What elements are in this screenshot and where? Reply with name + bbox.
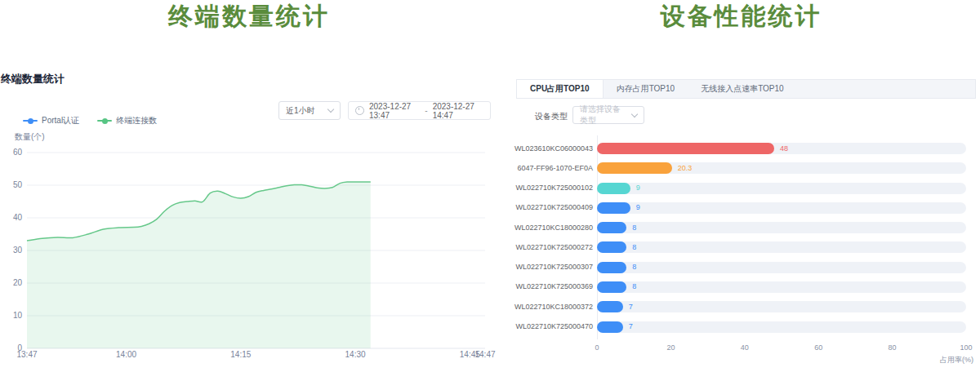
legend-item-portal-auth[interactable]: Portal认证 [23,115,79,126]
bar-x-tick-label: 100 [960,343,972,352]
time-range-value: 近1小时 [286,105,315,117]
bar-value-label: 20.3 [678,162,693,175]
bar-category-label: WL022710K725000102 [514,182,593,194]
bar-row: 6047-FF96-1070-EF0A20.3 [514,162,977,175]
legend-item-terminal-connections[interactable]: 终端连接数 [97,115,157,126]
bar-value-label: 9 [636,182,640,194]
bar-row: WL022710K7250001029 [514,182,977,194]
left-panel-header: 终端数量统计 [1,72,65,86]
bar-value-label: 7 [629,321,633,333]
y-tick-label: 50 [13,180,23,189]
bar-x-tick-label: 60 [814,343,822,352]
bar-value-label: 48 [780,143,788,155]
y-tick-label: 60 [13,148,23,157]
device-type-select[interactable]: 请选择设备类型 [572,106,644,124]
bar-row: WL022710K7250003078 [514,261,977,273]
bar-row: WL022710K7250004707 [514,321,977,333]
line-chart-legend: Portal认证 终端连接数 [23,115,157,126]
time-range-select[interactable]: 近1小时 [278,101,341,120]
bar-zone: 48 [597,143,966,155]
tab-wireless-rate-top10[interactable]: 无线接入点速率TOP10 [688,80,797,98]
bar[interactable] [597,301,623,312]
bar[interactable] [597,321,623,333]
bar-track [597,241,966,253]
bar-row: WL023610KC0600004348 [514,143,977,155]
bar[interactable] [597,202,630,214]
bar-zone: 8 [597,281,966,293]
bar-category-label: WL022710K725000369 [514,281,593,293]
bar-track [597,281,966,293]
bar-row: WL022710K7250003698 [514,281,977,293]
tab-bar: CPU占用TOP10内存占用TOP10无线接入点速率TOP10 [516,79,976,99]
bar-zone: 20.3 [597,162,966,175]
bar-x-tick-label: 80 [889,343,897,352]
y-tick-label: 10 [13,311,23,320]
bar[interactable] [597,262,626,273]
clock-icon [355,106,364,115]
tab-cpu-top10[interactable]: CPU占用TOP10 [517,80,604,98]
bar-track [597,321,966,333]
bar-category-label: WL022710K725000470 [514,321,593,333]
bar[interactable] [597,241,626,253]
bar-zone: 8 [597,222,966,234]
legend-marker-icon [23,120,38,122]
bar-zone: 8 [597,261,966,273]
bar-chart: 占用率(%) WL023610KC06000043486047-FF96-107… [514,135,977,368]
bar-category-label: WL022710K725000409 [514,202,593,214]
bar-value-label: 8 [632,241,636,254]
bar-track [597,222,966,233]
bar[interactable] [597,143,774,154]
chevron-down-icon [327,106,334,113]
x-tick-label: 14:15 [230,350,251,359]
date-range-separator: - [425,106,427,115]
bar-zone: 9 [597,182,966,194]
bar[interactable] [597,222,626,233]
date-range-end: 2023-12-27 14:47 [433,102,483,120]
y-tick-label: 20 [13,278,23,287]
bar-row: WL022710KC180002808 [514,222,977,234]
bar-x-tick-label: 0 [595,343,599,352]
bar[interactable] [597,162,672,174]
bar-track [597,301,966,312]
legend-label: 终端连接数 [116,115,157,126]
bar-x-tick-label: 40 [741,343,749,352]
bar-row: WL022710KC180003727 [514,301,977,313]
bar-x-tick-label: 20 [666,343,675,352]
dashboard: 终端数量统计 设备性能统计 终端数量统计 近1小时 2023-12-27 13:… [0,0,980,372]
bar-track [597,202,966,214]
y-tick-label: 30 [13,246,23,255]
x-tick-label: 13:47 [16,350,37,359]
bar-value-label: 8 [632,222,636,234]
chevron-down-icon [631,110,638,117]
line-chart: 010203040506013:4714:0014:1514:3014:4514… [0,143,498,367]
bar-row: WL022710K7250002728 [514,241,977,254]
bar[interactable] [597,281,626,293]
bar-value-label: 7 [629,301,633,313]
bar-category-label: WL022710KC18000280 [514,222,593,234]
y-axis-title: 数量(个) [15,131,45,143]
x-tick-label: 14:00 [116,350,136,359]
terminal-count-title: 终端数量统计 [0,0,498,33]
device-performance-title: 设备性能统计 [502,0,980,33]
bar-zone: 7 [597,321,966,333]
bar-track [597,183,966,194]
date-range-picker[interactable]: 2023-12-27 13:47 - 2023-12-27 14:47 [348,101,491,120]
bar-zone: 7 [597,301,966,313]
x-tick-label: 14:30 [345,350,366,359]
bar-category-label: 6047-FF96-1070-EF0A [514,162,593,175]
area-fill [27,182,371,348]
bar-category-label: WL022710KC18000372 [514,301,593,313]
device-type-placeholder: 请选择设备类型 [580,104,627,126]
bar-category-label: WL022710K725000307 [514,261,593,273]
bar-value-label: 8 [632,261,636,273]
bar-zone: 9 [597,202,966,214]
bar-row: WL022710K7250004099 [514,202,977,214]
legend-marker-icon [97,120,112,122]
bar-category-label: WL022710K725000272 [514,241,593,254]
tab-memory-top10[interactable]: 内存占用TOP10 [604,80,688,98]
date-range-start: 2023-12-27 13:47 [369,102,420,120]
device-type-label: 设备类型 [535,111,568,122]
bar-value-label: 9 [636,202,640,214]
bar[interactable] [597,183,630,194]
bar-category-label: WL023610KC06000043 [514,143,593,155]
